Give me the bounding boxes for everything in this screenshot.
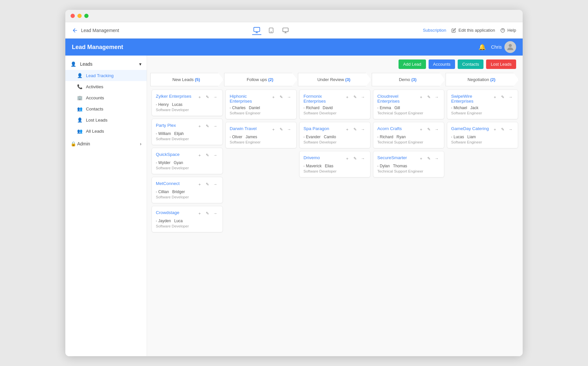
card-add-icon[interactable]: ＋ xyxy=(344,126,351,133)
card-arrow-icon[interactable]: → xyxy=(433,155,440,162)
card-edit-icon[interactable]: ✎ xyxy=(204,94,211,100)
card-edit-icon[interactable]: ✎ xyxy=(278,126,285,133)
contacts-icon: 👥 xyxy=(77,106,83,111)
card-add-icon[interactable]: ＋ xyxy=(418,155,424,162)
card-add-icon[interactable]: ＋ xyxy=(196,123,203,129)
card-add-icon[interactable]: ＋ xyxy=(344,94,351,100)
kanban-card-securesmarter: SecureSmarter ＋ ✎ → • Dylan Thomas Techn… xyxy=(373,151,444,177)
sidebar-section-leads[interactable]: 👤 Leads ▾ xyxy=(65,58,147,70)
card-arrow-icon[interactable]: → xyxy=(212,152,219,158)
notification-bell-icon[interactable]: 🔔 xyxy=(479,43,486,51)
subscription-link[interactable]: Subscription xyxy=(423,28,446,33)
card-company-securesmarter[interactable]: SecureSmarter xyxy=(377,155,407,160)
card-add-icon[interactable]: ＋ xyxy=(196,210,203,217)
card-arrow-icon[interactable]: → xyxy=(212,210,219,217)
card-add-icon[interactable]: ＋ xyxy=(196,152,203,158)
accounts-button[interactable]: Accounts xyxy=(429,59,455,69)
kanban-card-gameday-catering: GameDay Catering ＋ ✎ → • Lucas Liam Soft… xyxy=(447,122,518,148)
card-arrow-icon[interactable]: → xyxy=(433,126,440,133)
card-edit-icon[interactable]: ✎ xyxy=(204,181,211,188)
card-company-formonix[interactable]: Formonix Enterprises xyxy=(303,94,344,104)
card-company-spa-paragon[interactable]: Spa Paragon xyxy=(303,126,329,131)
card-edit-icon[interactable]: ✎ xyxy=(204,152,211,158)
kanban-card-spa-paragon: Spa Paragon ＋ ✎ → • Evander Camilo Softw… xyxy=(299,122,370,148)
edit-app-link[interactable]: Edit this application xyxy=(451,28,495,33)
card-add-icon[interactable]: ＋ xyxy=(344,155,351,162)
card-company-drivemo[interactable]: Drivemo xyxy=(303,155,320,160)
card-edit-icon[interactable]: ✎ xyxy=(352,126,358,133)
monitor-icon[interactable] xyxy=(281,26,290,35)
sidebar-item-lost-leads[interactable]: 👤 Lost Leads xyxy=(65,114,147,125)
lost-leads-button[interactable]: Lost Leads xyxy=(486,59,516,69)
card-edit-icon[interactable]: ✎ xyxy=(499,94,506,100)
card-arrow-icon[interactable]: → xyxy=(212,123,219,129)
card-company-gameday-catering[interactable]: GameDay Catering xyxy=(451,126,489,131)
kanban-card-quickspace: QuickSpace ＋ ✎ → • Wylder Gyan Software … xyxy=(152,148,223,174)
card-company-hiphonic[interactable]: Hiphonic Enterprises xyxy=(230,94,270,104)
sidebar-admin[interactable]: 🔒 Admin › xyxy=(65,138,147,150)
card-company-crowdstage[interactable]: Crowdstage xyxy=(156,210,179,215)
card-add-icon[interactable]: ＋ xyxy=(270,126,277,133)
card-arrow-icon[interactable]: → xyxy=(507,126,514,133)
card-company-party-plex[interactable]: Party Plex xyxy=(156,123,176,128)
sidebar-item-activities[interactable]: 📞 Activities xyxy=(65,81,147,92)
stage-header-new-leads: New Leads (5) xyxy=(150,73,223,86)
maximize-button[interactable] xyxy=(84,14,89,18)
tablet-icon[interactable] xyxy=(267,26,276,35)
card-add-icon[interactable]: ＋ xyxy=(418,94,424,100)
card-arrow-icon[interactable]: → xyxy=(360,94,366,100)
card-header: Spa Paragon ＋ ✎ → xyxy=(303,126,366,133)
sidebar-item-accounts[interactable]: 🏢 Accounts xyxy=(65,92,147,103)
help-link[interactable]: Help xyxy=(500,28,516,33)
card-edit-icon[interactable]: ✎ xyxy=(426,126,432,133)
dot-icon: • xyxy=(303,164,305,168)
card-add-icon[interactable]: ＋ xyxy=(196,94,203,100)
card-company-zylker[interactable]: Zylker Enterprises xyxy=(156,94,191,99)
sidebar-item-lead-tracking[interactable]: 👤 Lead Tracking xyxy=(65,70,147,81)
close-button[interactable] xyxy=(71,14,75,18)
card-company-darwin-travel[interactable]: Darwin Travel xyxy=(230,126,257,131)
card-arrow-icon[interactable]: → xyxy=(286,94,292,100)
desktop-icon[interactable] xyxy=(252,26,261,35)
card-arrow-icon[interactable]: → xyxy=(360,155,366,162)
kanban-card-acorn-crafts: Acorn Crafts ＋ ✎ → • Richard Ryan Techni… xyxy=(373,122,444,148)
card-header: Crowdstage ＋ ✎ → xyxy=(156,210,219,217)
card-edit-icon[interactable]: ✎ xyxy=(426,94,432,100)
card-edit-icon[interactable]: ✎ xyxy=(499,126,506,133)
card-add-icon[interactable]: ＋ xyxy=(270,94,277,100)
minimize-button[interactable] xyxy=(77,14,82,18)
sidebar-item-contacts[interactable]: 👥 Contacts xyxy=(65,103,147,114)
card-company-swipewire[interactable]: SwipeWire Enterprises xyxy=(451,94,492,104)
card-add-icon[interactable]: ＋ xyxy=(196,181,203,188)
card-role: Software Developer xyxy=(303,169,366,173)
card-company-cloudrevel[interactable]: Cloudrevel Enterprises xyxy=(377,94,418,104)
card-company-quickspace[interactable]: QuickSpace xyxy=(156,152,180,157)
card-arrow-icon[interactable]: → xyxy=(507,94,514,100)
add-lead-button[interactable]: Add Lead xyxy=(399,59,426,69)
sidebar-item-all-leads[interactable]: 👥 All Leads xyxy=(65,125,147,137)
card-edit-icon[interactable]: ✎ xyxy=(426,155,432,162)
card-edit-icon[interactable]: ✎ xyxy=(204,210,211,217)
card-edit-icon[interactable]: ✎ xyxy=(352,155,358,162)
card-company-metconnect[interactable]: MetConnect xyxy=(156,181,180,186)
card-add-icon[interactable]: ＋ xyxy=(418,126,424,133)
contacts-button[interactable]: Contacts xyxy=(458,59,483,69)
card-edit-icon[interactable]: ✎ xyxy=(204,123,211,129)
card-arrow-icon[interactable]: → xyxy=(212,181,219,188)
user-menu[interactable]: Chris xyxy=(491,41,516,53)
card-arrow-icon[interactable]: → xyxy=(360,126,366,133)
stage-header-demo: Demo (3) xyxy=(372,73,445,86)
card-add-icon[interactable]: ＋ xyxy=(492,126,498,133)
card-persons: • Emma Gill xyxy=(377,106,440,110)
card-add-icon[interactable]: ＋ xyxy=(492,94,498,100)
kanban-card-crowdstage: Crowdstage ＋ ✎ → • Jayden Luca Software … xyxy=(152,206,223,232)
card-edit-icon[interactable]: ✎ xyxy=(352,94,358,100)
card-edit-icon[interactable]: ✎ xyxy=(278,94,285,100)
card-arrow-icon[interactable]: → xyxy=(212,94,219,100)
card-arrow-icon[interactable]: → xyxy=(433,94,440,100)
stage-count: (3) xyxy=(411,77,416,82)
nav-logo[interactable]: Lead Management xyxy=(72,27,119,34)
card-arrow-icon[interactable]: → xyxy=(286,126,292,133)
phone-icon: 📞 xyxy=(77,84,83,89)
card-company-acorn-crafts[interactable]: Acorn Crafts xyxy=(377,126,402,131)
